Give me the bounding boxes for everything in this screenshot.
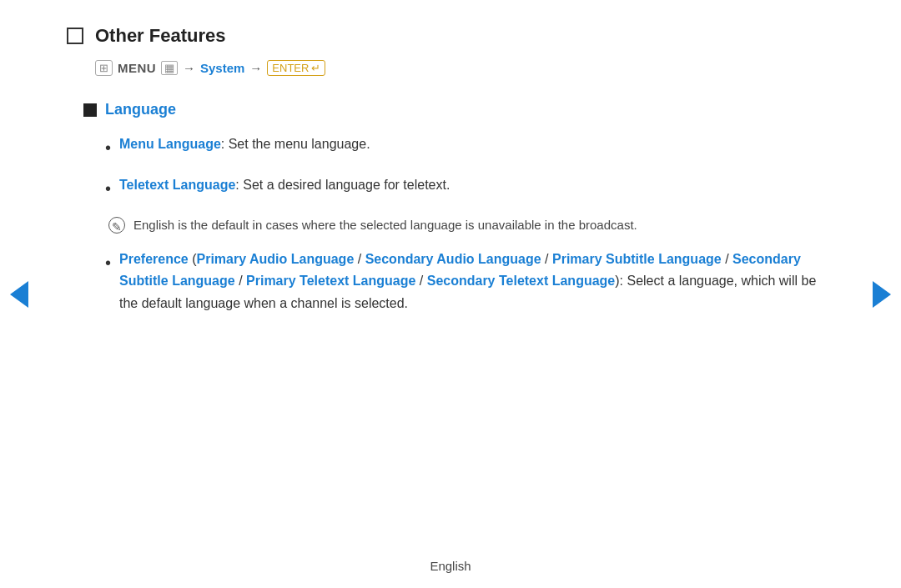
sep3: / <box>722 252 732 266</box>
checkbox-icon <box>67 28 83 44</box>
menu-label: MENU <box>118 61 156 75</box>
preference-label: Preference <box>119 252 189 266</box>
preference-list: • Preference (Primary Audio Language / S… <box>105 249 834 314</box>
bullet-dot: • <box>105 175 111 202</box>
page-title: Other Features <box>95 25 226 47</box>
menu-path: ⊞ MENU ▦ → System → ENTER ↵ <box>95 60 834 76</box>
menu-language-label: Menu Language <box>119 137 221 151</box>
menu-language-item: Menu Language: Set the menu language. <box>119 133 370 155</box>
secondary-teletext-language-link: Secondary Teletext Language <box>427 274 616 288</box>
arrow2: → <box>249 61 262 75</box>
primary-audio-language-link: Primary Audio Language <box>197 252 355 266</box>
subsection-header: Language <box>83 101 834 118</box>
list-item: • Teletext Language: Set a desired langu… <box>105 174 834 202</box>
arrow1: → <box>183 61 195 75</box>
preference-item: Preference (Primary Audio Language / Sec… <box>119 249 834 314</box>
sep1: / <box>354 252 365 266</box>
menu-bars-icon: ▦ <box>161 61 178 75</box>
page-container: Other Features ⊞ MENU ▦ → System → ENTER… <box>0 0 901 588</box>
enter-arrow-icon: ↵ <box>311 62 320 74</box>
list-item: • Menu Language: Set the menu language. <box>105 133 834 161</box>
menu-language-text: : Set the menu language. <box>221 137 370 151</box>
bullet-dot: • <box>105 134 111 161</box>
language-subsection: Language • Menu Language: Set the menu l… <box>83 101 834 314</box>
enter-icon: ENTER ↵ <box>267 60 325 76</box>
menu-icon: ⊞ <box>95 60 113 76</box>
subsection-title: Language <box>105 101 176 118</box>
teletext-language-label: Teletext Language <box>119 178 235 192</box>
sep5: / <box>415 274 426 288</box>
bullet-list: • Menu Language: Set the menu language. … <box>105 133 834 202</box>
primary-teletext-language-link: Primary Teletext Language <box>246 274 415 288</box>
note-block: ✎ English is the default in cases where … <box>108 215 834 235</box>
primary-subtitle-language-link: Primary Subtitle Language <box>552 252 722 266</box>
nav-arrow-right[interactable] <box>873 281 891 308</box>
list-item: • Preference (Primary Audio Language / S… <box>105 249 834 314</box>
black-square-icon <box>83 103 97 117</box>
teletext-language-text: : Set a desired language for teletext. <box>235 178 450 192</box>
nav-arrow-left[interactable] <box>10 281 28 308</box>
sep2: / <box>541 252 552 266</box>
preference-intro: ( <box>189 252 197 266</box>
section-title: Other Features <box>67 25 834 47</box>
menu-icon-symbol: ⊞ <box>99 62 108 74</box>
secondary-audio-language-link: Secondary Audio Language <box>365 252 541 266</box>
sep4: / <box>235 274 246 288</box>
bullet-dot: • <box>105 249 111 276</box>
note-icon: ✎ <box>108 217 125 234</box>
footer-language: English <box>430 559 471 573</box>
note-text: English is the default in cases where th… <box>133 215 637 235</box>
teletext-language-item: Teletext Language: Set a desired languag… <box>119 174 450 196</box>
system-label: System <box>200 61 244 75</box>
enter-label: ENTER <box>272 62 309 74</box>
